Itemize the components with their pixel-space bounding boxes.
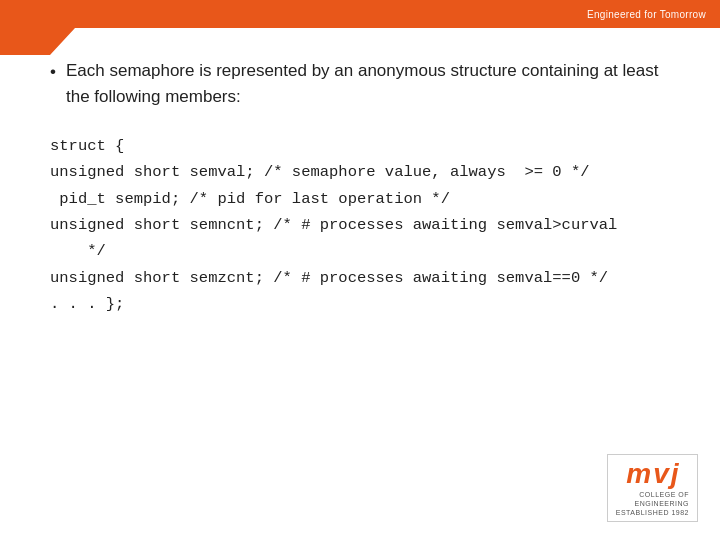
code-line-7: . . . }; — [50, 291, 670, 317]
brand-tagline: Engineered for Tomorrow — [587, 9, 706, 20]
code-line-3: pid_t sempid; /* pid for last operation … — [50, 186, 670, 212]
logo-j-letter: j — [671, 460, 679, 488]
code-block: struct { unsigned short semval; /* semap… — [50, 133, 670, 317]
bullet-section: • Each semaphore is represented by an an… — [50, 58, 670, 109]
bullet-item: • Each semaphore is represented by an an… — [50, 58, 670, 109]
code-line-6: unsigned short semzcnt; /* # processes a… — [50, 265, 670, 291]
code-line-1: struct { — [50, 133, 670, 159]
code-line-5: */ — [50, 238, 670, 264]
logo-mvj: m v j — [626, 460, 678, 488]
bullet-text: Each semaphore is represented by an anon… — [66, 58, 670, 109]
code-section: struct { unsigned short semval; /* semap… — [50, 133, 670, 317]
logo-box: m v j COLLEGE OF ENGINEERING Established… — [607, 454, 698, 522]
logo-m-letter: m — [626, 460, 651, 488]
code-line-4: unsigned short semncnt; /* # processes a… — [50, 212, 670, 238]
logo-tagline: COLLEGE OF ENGINEERING Established 1982 — [616, 490, 689, 517]
code-line-2: unsigned short semval; /* semaphore valu… — [50, 159, 670, 185]
logo-area: m v j COLLEGE OF ENGINEERING Established… — [607, 454, 698, 522]
logo-v-letter: v — [653, 460, 669, 488]
bullet-dot: • — [50, 59, 56, 85]
